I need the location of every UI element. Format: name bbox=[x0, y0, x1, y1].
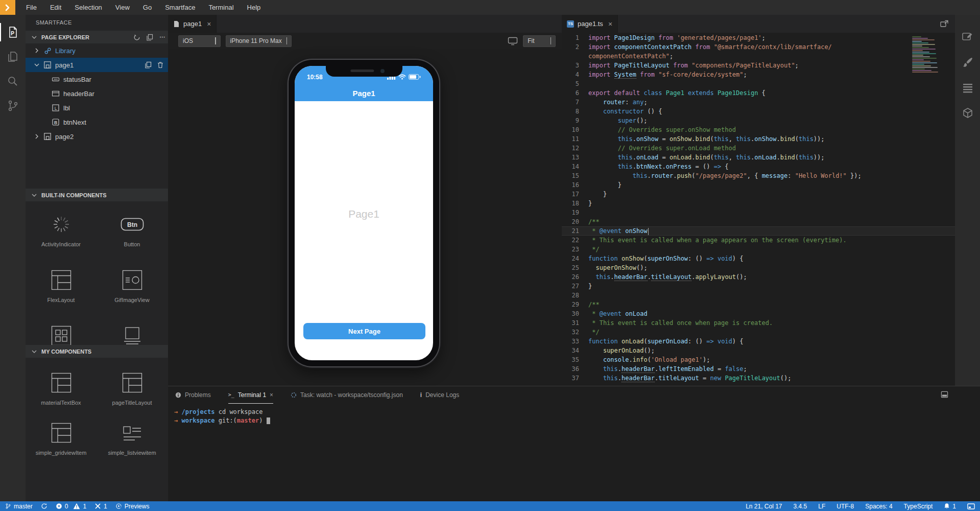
code-line[interactable]: 22 * This event is called when a page ap… bbox=[562, 236, 955, 245]
menu-edit[interactable]: Edit bbox=[43, 0, 68, 15]
component-simple_gridviewItem[interactable]: simple_gridviewItem bbox=[26, 421, 97, 471]
device-frame-icon[interactable] bbox=[508, 37, 518, 45]
device-select[interactable]: iPhone 11 Pro Max bbox=[226, 35, 292, 47]
tab-page1-designer[interactable]: page1 × bbox=[168, 15, 217, 33]
code-line[interactable]: 19 bbox=[562, 208, 955, 217]
phone-screen[interactable]: 10:58 bbox=[295, 66, 433, 360]
indentation-indicator[interactable]: Spaces: 4 bbox=[865, 503, 892, 510]
tab-terminal-1[interactable]: >_ Terminal 1 × bbox=[228, 386, 273, 404]
menu-help[interactable]: Help bbox=[241, 0, 268, 15]
code-line[interactable]: 18} bbox=[562, 199, 955, 208]
code-line[interactable]: 9 super(); bbox=[562, 116, 955, 125]
screencast-status[interactable] bbox=[967, 503, 975, 509]
code-line[interactable]: 7 router: any; bbox=[562, 98, 955, 107]
code-line[interactable]: 30 * @event onLoad bbox=[562, 309, 955, 318]
my-components-header[interactable]: MY COMPONENTS bbox=[26, 345, 168, 358]
language-indicator[interactable]: TypeScript bbox=[904, 503, 933, 510]
built-in-components-header[interactable]: BUILT-IN COMPONENTS bbox=[26, 189, 168, 201]
code-line[interactable]: 12 // Overrides super.onLoad method bbox=[562, 144, 955, 153]
activity-search-icon[interactable] bbox=[0, 69, 26, 94]
menu-terminal[interactable]: Terminal bbox=[202, 0, 240, 15]
component-GifImageView[interactable]: GifImageView bbox=[97, 268, 168, 324]
activity-outline-list-icon[interactable] bbox=[955, 75, 980, 101]
component-image-view[interactable] bbox=[97, 324, 168, 345]
code-line[interactable]: 31 * This event is called once when page… bbox=[562, 318, 955, 328]
tasks-status[interactable]: 1 bbox=[94, 503, 107, 510]
code-line[interactable]: 36 this.headerBar.leftItemEnabled = fals… bbox=[562, 364, 955, 374]
code-line[interactable]: 1import Page1Design from 'generated/page… bbox=[562, 33, 955, 42]
tree-item-page2[interactable]: page2 bbox=[26, 129, 168, 144]
code-line[interactable]: 8 constructor () { bbox=[562, 107, 955, 116]
activity-source-control-icon[interactable] bbox=[0, 94, 26, 118]
tab-problems[interactable]: Problems bbox=[175, 386, 211, 404]
code-line[interactable]: 26 this.headerBar.titleLayout.applyLayou… bbox=[562, 272, 955, 282]
close-icon[interactable]: × bbox=[608, 20, 612, 28]
component-ActivityIndicator[interactable]: ActivityIndicator bbox=[26, 213, 97, 268]
component-simple_listviewitem[interactable]: simple_listviewitem bbox=[97, 421, 168, 471]
delete-icon[interactable] bbox=[157, 61, 164, 68]
page-explorer-header[interactable]: PAGE EXPLORER ⋯ bbox=[26, 31, 168, 43]
code-line[interactable]: 32 */ bbox=[562, 328, 955, 337]
tree-item-btnNext[interactable]: B btnNext bbox=[26, 115, 168, 129]
chevron-down-icon[interactable] bbox=[33, 61, 41, 69]
tree-item-statusBar[interactable]: statusBar bbox=[26, 72, 168, 86]
tab-page1-ts[interactable]: TS page1.ts × bbox=[562, 15, 618, 33]
zoom-select[interactable]: Fit bbox=[523, 35, 556, 47]
component-Button[interactable]: Btn Button bbox=[97, 213, 168, 268]
code-line[interactable]: 5 bbox=[562, 79, 955, 88]
code-line[interactable]: 16 } bbox=[562, 180, 955, 190]
minimap[interactable] bbox=[912, 36, 943, 77]
os-select[interactable]: iOS bbox=[178, 35, 221, 47]
code-line[interactable]: 29/** bbox=[562, 300, 955, 309]
cursor-position[interactable]: Ln 21, Col 17 bbox=[746, 503, 782, 510]
component-materialTextBox[interactable]: materialTextBox bbox=[26, 371, 97, 421]
refresh-icon[interactable] bbox=[131, 34, 142, 41]
panel-layout-icon[interactable] bbox=[941, 391, 948, 398]
component-grid-view[interactable] bbox=[26, 324, 97, 345]
code-line[interactable]: 35 console.info('Onload page1'); bbox=[562, 355, 955, 364]
code-line[interactable]: 14 this.btnNext.onPress = () => { bbox=[562, 162, 955, 171]
encoding-indicator[interactable]: UTF-8 bbox=[836, 503, 854, 510]
activity-design-editor-icon[interactable] bbox=[955, 24, 980, 50]
code-line[interactable]: 24function onShow(superOnShow: () => voi… bbox=[562, 254, 955, 263]
code-line[interactable]: 2import componentContextPatch from "@sma… bbox=[562, 42, 955, 52]
menu-file[interactable]: File bbox=[19, 0, 43, 15]
code-area[interactable]: 1import Page1Design from 'generated/page… bbox=[562, 33, 955, 383]
activity-page-explorer-icon[interactable]: P bbox=[0, 20, 26, 44]
tab-task-watch[interactable]: Task: watch - workspace/tsconfig.json bbox=[291, 386, 403, 404]
code-line[interactable]: 37 this.headerBar.titleLayout = new Page… bbox=[562, 374, 955, 383]
code-line[interactable]: 10 // Overrides super.onShow method bbox=[562, 125, 955, 134]
code-line[interactable]: 25 superOnShow(); bbox=[562, 263, 955, 272]
terminal-output[interactable]: → /projects cd workspace→ workspace git:… bbox=[168, 404, 980, 425]
activity-files-icon[interactable] bbox=[0, 44, 26, 69]
code-line[interactable]: 6export default class Page1 extends Page… bbox=[562, 88, 955, 98]
activity-assets-cube-icon[interactable] bbox=[955, 101, 980, 126]
component-FlexLayout[interactable]: FlexLayout bbox=[26, 268, 97, 324]
tree-item-Library[interactable]: Library bbox=[26, 43, 168, 58]
code-line[interactable]: 3import PageTitleLayout from "components… bbox=[562, 61, 955, 70]
tab-device-logs[interactable]: i Device Logs bbox=[420, 386, 459, 404]
duplicate-icon[interactable] bbox=[144, 34, 155, 41]
next-page-button[interactable]: Next Page bbox=[303, 323, 425, 339]
menu-go[interactable]: Go bbox=[136, 0, 158, 15]
activity-theme-brush-icon[interactable] bbox=[955, 50, 980, 75]
git-branch-status[interactable]: master bbox=[5, 503, 33, 510]
code-line[interactable]: 20/** bbox=[562, 217, 955, 226]
open-preview-icon[interactable] bbox=[940, 20, 949, 28]
typescript-version[interactable]: 3.4.5 bbox=[794, 503, 807, 510]
menu-selection[interactable]: Selection bbox=[68, 0, 108, 15]
code-line[interactable]: 11 this.onShow = onShow.bind(this, this.… bbox=[562, 134, 955, 144]
close-icon[interactable]: × bbox=[207, 20, 211, 28]
tree-item-page1[interactable]: page1 bbox=[26, 58, 168, 72]
menu-view[interactable]: View bbox=[109, 0, 136, 15]
menu-smartface[interactable]: Smartface bbox=[158, 0, 202, 15]
code-line[interactable]: 17 } bbox=[562, 190, 955, 199]
sync-status[interactable] bbox=[41, 503, 47, 509]
code-line[interactable]: 33function onLoad(superOnLoad: () => voi… bbox=[562, 337, 955, 346]
component-pageTitleLayout[interactable]: pageTitleLayout bbox=[97, 371, 168, 421]
more-actions-icon[interactable]: ⋯ bbox=[157, 34, 168, 40]
code-line[interactable]: 28 bbox=[562, 291, 955, 300]
close-icon[interactable]: × bbox=[270, 391, 273, 399]
code-line[interactable]: componentContextPatch"; bbox=[562, 52, 955, 61]
code-line[interactable]: 13 this.onLoad = onLoad.bind(this, this.… bbox=[562, 153, 955, 162]
